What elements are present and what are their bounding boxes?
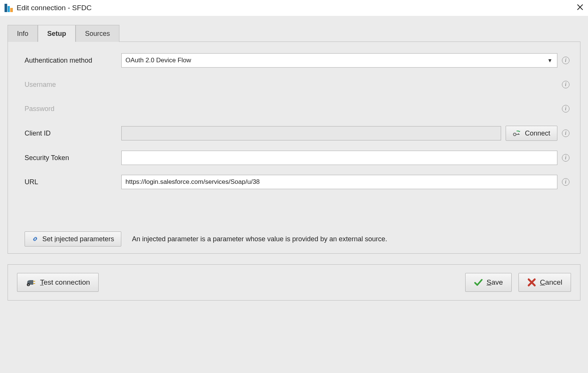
cancel-label: Cancel bbox=[540, 278, 562, 287]
svg-rect-4 bbox=[516, 134, 520, 135]
test-connection-button[interactable]: ? Test connection bbox=[17, 273, 99, 292]
close-icon[interactable] bbox=[577, 4, 583, 12]
cancel-button[interactable]: Cancel bbox=[518, 273, 571, 292]
setup-panel: Authentication method OAuth 2.0 Device F… bbox=[8, 42, 580, 254]
info-icon[interactable]: i bbox=[562, 81, 569, 88]
label-security-token: Security Token bbox=[25, 154, 121, 162]
save-button[interactable]: Save bbox=[465, 273, 512, 292]
svg-rect-8 bbox=[33, 283, 35, 284]
injected-button-label: Set injected parameters bbox=[42, 235, 114, 243]
svg-rect-7 bbox=[33, 281, 35, 282]
row-client-id: Client ID Connect i bbox=[25, 126, 569, 141]
connect-button[interactable]: Connect bbox=[506, 126, 557, 141]
row-username: Username i bbox=[25, 77, 569, 92]
key-arrow-icon bbox=[513, 130, 521, 136]
link-icon bbox=[32, 236, 39, 242]
tabs: Info Setup Sources bbox=[8, 25, 580, 42]
check-icon bbox=[474, 278, 483, 287]
url-input[interactable] bbox=[121, 175, 557, 189]
svg-rect-0 bbox=[5, 4, 7, 12]
label-password: Password bbox=[25, 105, 121, 113]
info-icon[interactable]: i bbox=[562, 129, 569, 137]
info-icon[interactable]: i bbox=[562, 105, 569, 113]
svg-rect-6 bbox=[517, 131, 519, 131]
row-security-token: Security Token i bbox=[25, 151, 569, 165]
tab-setup[interactable]: Setup bbox=[38, 25, 76, 42]
app-icon bbox=[5, 4, 13, 12]
window-title: Edit connection - SFDC bbox=[17, 4, 92, 12]
dialog-body: Info Setup Sources Authentication method… bbox=[0, 16, 588, 373]
plug-icon: ? bbox=[26, 278, 36, 287]
info-icon[interactable]: i bbox=[562, 154, 569, 162]
injected-help-text: An injected parameter is a parameter who… bbox=[132, 235, 387, 243]
svg-rect-1 bbox=[8, 6, 10, 12]
titlebar: Edit connection - SFDC bbox=[0, 0, 588, 16]
label-url: URL bbox=[25, 178, 121, 186]
connect-label: Connect bbox=[525, 129, 550, 137]
x-icon bbox=[527, 278, 536, 287]
save-label: Save bbox=[487, 278, 503, 287]
svg-point-3 bbox=[513, 133, 516, 136]
security-token-input[interactable] bbox=[121, 151, 557, 165]
svg-rect-2 bbox=[10, 8, 13, 12]
row-auth-method: Authentication method OAuth 2.0 Device F… bbox=[25, 53, 569, 68]
client-id-input bbox=[121, 126, 501, 140]
injected-row: Set injected parameters An injected para… bbox=[25, 231, 569, 247]
info-icon[interactable]: i bbox=[562, 57, 569, 64]
svg-text:?: ? bbox=[28, 284, 29, 286]
row-url: URL i bbox=[25, 175, 569, 189]
test-connection-label: Test connection bbox=[40, 278, 90, 287]
footer: ? Test connection Save Cancel bbox=[8, 264, 580, 301]
label-username: Username bbox=[25, 81, 121, 89]
info-icon[interactable]: i bbox=[562, 178, 569, 186]
auth-method-select[interactable]: OAuth 2.0 Device Flow ▼ bbox=[121, 53, 557, 68]
tab-sources[interactable]: Sources bbox=[76, 25, 119, 42]
auth-method-value: OAuth 2.0 Device Flow bbox=[125, 57, 191, 64]
set-injected-parameters-button[interactable]: Set injected parameters bbox=[25, 231, 121, 247]
tab-info[interactable]: Info bbox=[8, 25, 38, 42]
row-password: Password i bbox=[25, 102, 569, 116]
label-auth-method: Authentication method bbox=[25, 57, 121, 65]
chevron-down-icon: ▼ bbox=[547, 57, 552, 63]
svg-rect-5 bbox=[518, 133, 519, 135]
label-client-id: Client ID bbox=[25, 129, 121, 137]
